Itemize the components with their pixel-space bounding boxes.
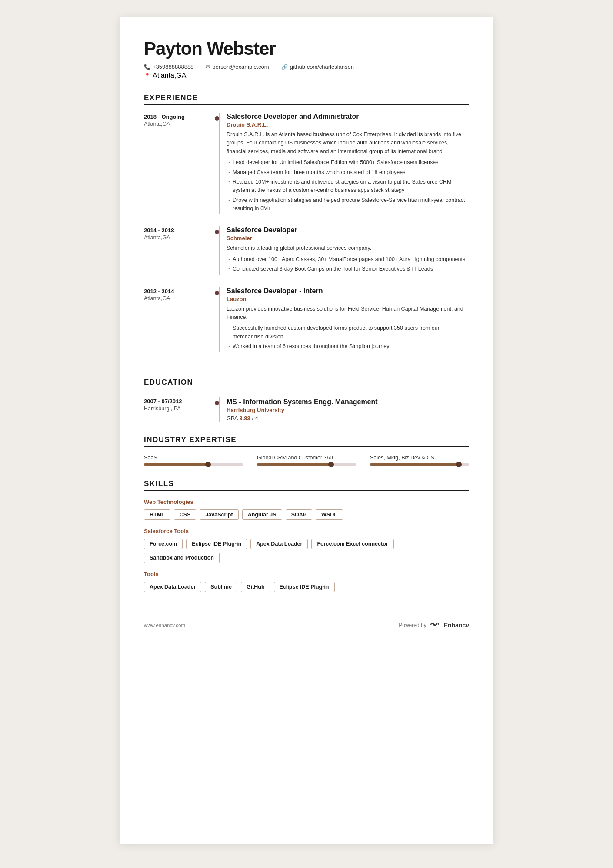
location-value: Atlanta,GA — [153, 72, 186, 80]
education-section: EDUCATION 2007 - 07/2012 Harrisburg , PA… — [144, 378, 469, 422]
footer-url: www.enhancv.com — [144, 623, 185, 628]
footer-powered-by: Powered by Enhancv — [399, 620, 469, 630]
website-value: github.com/charleslansen — [290, 64, 354, 70]
bullet-1-2: Managed Case team for three months which… — [227, 168, 469, 177]
resume-page: Payton Webster 📞 +359888888888 ✉ person@… — [120, 17, 493, 844]
link-icon: 🔗 — [281, 64, 288, 70]
website-contact: 🔗 github.com/charleslansen — [281, 64, 354, 70]
timeline-dot-1 — [215, 116, 219, 121]
skill-css: CSS — [174, 509, 197, 520]
skills-category-label-3: Tools — [144, 571, 469, 577]
timeline-col-3 — [214, 287, 220, 352]
skill-forcecom-excel: Force.com Excel connector — [311, 539, 393, 549]
entry-title-2: Salesforce Developer — [227, 226, 469, 234]
entry-desc-3: Lauzon provides innovative business solu… — [227, 305, 469, 322]
skills-category-label-1: Web Technologies — [144, 499, 469, 505]
education-entry-1: 2007 - 07/2012 Harrisburg , PA MS - Info… — [144, 397, 469, 422]
experience-section: EXPERIENCE 2018 - Ongoing Atlanta,GA Sal… — [144, 94, 469, 364]
edu-degree-1: MS - Information Systems Engg. Managemen… — [227, 398, 469, 406]
expertise-label-1: SaaS — [144, 455, 243, 461]
gpa-value: 3.83 — [239, 415, 250, 422]
entry-company-2: Schmeler — [227, 235, 469, 241]
candidate-name: Payton Webster — [144, 38, 469, 59]
bullet-2-2: Conducted several 3-day Boot Camps on th… — [227, 265, 469, 273]
edu-timeline-dot-1 — [215, 401, 219, 405]
skill-javascript: JavaScript — [200, 509, 238, 520]
entry-date-location-1: 2018 - Ongoing Atlanta,GA — [144, 113, 209, 214]
entry-location-3: Atlanta,GA — [144, 295, 170, 302]
experience-entry-3: 2012 - 2014 Atlanta,GA Salesforce Develo… — [144, 287, 469, 352]
entry-desc-2: Schmeler is a leading global professiona… — [227, 244, 469, 252]
experience-entry-2: 2014 - 2018 Atlanta,GA Salesforce Develo… — [144, 226, 469, 275]
entry-content-1: Salesforce Developer and Administrator D… — [219, 113, 469, 214]
edu-date-1: 2007 - 07/2012 — [144, 398, 182, 405]
expertise-item-3: Sales, Mktg, Biz Dev & CS — [370, 455, 469, 466]
bar-fill-1 — [144, 463, 208, 466]
email-contact: ✉ person@example.com — [206, 64, 269, 70]
enhancv-logo — [429, 620, 441, 630]
web-tech-tags: HTML CSS JavaScript Angular JS SOAP WSDL — [144, 509, 469, 520]
skill-apexloader: Apex Data Loader — [250, 539, 308, 549]
entry-company-1: Drouin S.A.R.L. — [227, 121, 469, 128]
experience-entries: 2018 - Ongoing Atlanta,GA Salesforce Dev… — [144, 113, 469, 364]
education-title: EDUCATION — [144, 378, 469, 389]
email-icon: ✉ — [206, 64, 210, 70]
expertise-label-3: Sales, Mktg, Biz Dev & CS — [370, 455, 469, 461]
entry-title-1: Salesforce Developer and Administrator — [227, 113, 469, 121]
edu-date-location-1: 2007 - 07/2012 Harrisburg , PA — [144, 397, 209, 422]
expertise-title: INDUSTRY EXPERTISE — [144, 436, 469, 447]
bullet-2-1: Authored over 100+ Apex Classes, 30+ Vis… — [227, 255, 469, 264]
bar-dot-1 — [205, 462, 211, 467]
salesforce-tags: Force.com Eclipse IDE Plug-in Apex Data … — [144, 539, 469, 563]
skills-category-label-2: Salesforce Tools — [144, 528, 469, 534]
edu-location-1: Harrisburg , PA — [144, 406, 181, 412]
edu-timeline-col-1 — [214, 397, 220, 422]
entry-date-location-2: 2014 - 2018 Atlanta,GA — [144, 226, 209, 275]
bar-track-1 — [144, 463, 243, 466]
expertise-label-2: Global CRM and Customer 360 — [257, 455, 356, 461]
gpa-label: GPA — [227, 415, 238, 422]
skill-wsdl: WSDL — [316, 509, 343, 520]
entry-date-2: 2014 - 2018 — [144, 227, 174, 234]
bullet-1-1: Lead developer for Unlimited Salesforce … — [227, 158, 469, 167]
bullet-3-1: Successfully launched custom developed f… — [227, 324, 469, 341]
entry-date-1: 2018 - Ongoing — [144, 114, 185, 120]
bar-fill-2 — [257, 463, 331, 466]
entry-company-3: Lauzon — [227, 296, 469, 302]
brand-label: Enhancv — [444, 622, 469, 629]
location-icon: 📍 — [144, 73, 150, 79]
entry-bullets-2: Authored over 100+ Apex Classes, 30+ Vis… — [227, 255, 469, 274]
experience-title: EXPERIENCE — [144, 94, 469, 105]
email-value: person@example.com — [212, 64, 269, 70]
tools-tags: Apex Data Loader Sublime GitHub Eclipse … — [144, 582, 469, 592]
powered-by-label: Powered by — [399, 622, 426, 628]
timeline-col-1 — [214, 113, 220, 214]
expertise-item-1: SaaS — [144, 455, 243, 466]
bar-track-3 — [370, 463, 469, 466]
skill-apexdataloader: Apex Data Loader — [144, 582, 201, 592]
timeline-col-2 — [214, 226, 220, 275]
timeline-line-2 — [217, 235, 217, 275]
page-footer: www.enhancv.com Powered by Enhancv — [144, 613, 469, 630]
entry-bullets-1: Lead developer for Unlimited Salesforce … — [227, 158, 469, 213]
edu-gpa-1: GPA 3.83 / 4 — [227, 415, 469, 422]
entry-location-1: Atlanta,GA — [144, 121, 170, 127]
expertise-bars: SaaS Global CRM and Customer 360 Sales, … — [144, 455, 469, 466]
phone-icon: 📞 — [144, 64, 150, 70]
skill-github: GitHub — [241, 582, 270, 592]
timeline-line-1 — [217, 121, 217, 214]
experience-entry-1: 2018 - Ongoing Atlanta,GA Salesforce Dev… — [144, 113, 469, 214]
entry-date-location-3: 2012 - 2014 Atlanta,GA — [144, 287, 209, 352]
header: Payton Webster 📞 +359888888888 ✉ person@… — [144, 38, 469, 80]
bullet-3-2: Worked in a team of 6 resources througho… — [227, 342, 469, 351]
gpa-separator: / — [252, 415, 255, 422]
phone-contact: 📞 +359888888888 — [144, 64, 193, 70]
timeline-dot-2 — [215, 230, 219, 234]
skill-html: HTML — [144, 509, 170, 520]
expertise-item-2: Global CRM and Customer 360 — [257, 455, 356, 466]
entry-content-2: Salesforce Developer Schmeler Schmeler i… — [219, 226, 469, 275]
skill-forcecom: Force.com — [144, 539, 183, 549]
edu-content-1: MS - Information Systems Engg. Managemen… — [219, 397, 469, 422]
phone-value: +359888888888 — [153, 64, 193, 70]
entry-desc-1: Drouin S.A.R.L. is an Atlanta based busi… — [227, 131, 469, 156]
